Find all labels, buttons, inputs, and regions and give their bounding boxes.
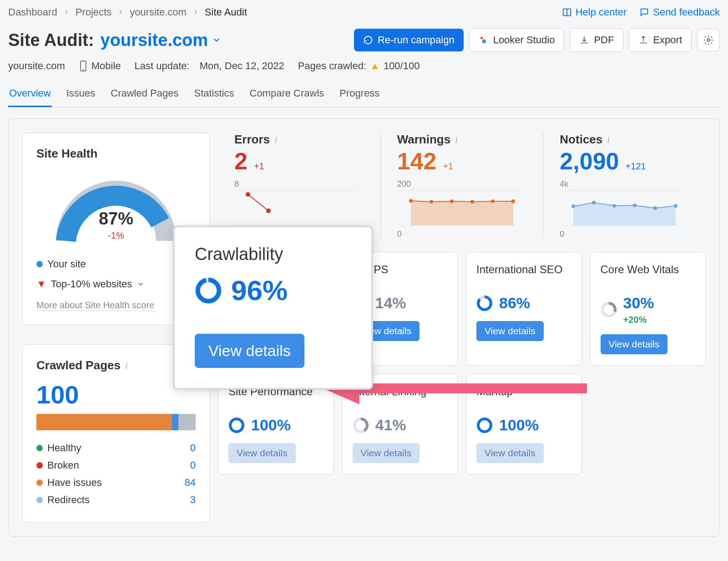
meta-site: yoursite.com (8, 60, 65, 72)
spotlight-title: Crawlability (195, 245, 351, 264)
view-details-button[interactable]: View details (476, 321, 544, 341)
breadcrumb: Dashboard Projects yoursite.com Site Aud… (8, 6, 247, 18)
export-button[interactable]: Export (629, 28, 692, 52)
card-international-seo: International SEO 86% View details (466, 252, 582, 366)
tab-overview[interactable]: Overview (8, 85, 52, 107)
page-title: Site Audit: yoursite.com (8, 31, 222, 50)
svg-point-28 (674, 204, 677, 208)
looker-icon (479, 35, 489, 45)
tab-progress[interactable]: Progress (339, 85, 380, 107)
tab-crawled-pages[interactable]: Crawled Pages (110, 85, 179, 107)
svg-point-18 (491, 199, 495, 203)
metrics-row: Errorsi 2+1 8 0 (218, 133, 706, 239)
info-icon[interactable]: i (274, 134, 277, 146)
chevron-right-icon (192, 9, 199, 16)
crawled-pages-total: 100 (36, 380, 196, 409)
info-icon[interactable]: i (607, 134, 610, 146)
tab-statistics[interactable]: Statistics (193, 85, 235, 107)
svg-point-3 (482, 39, 486, 43)
svg-rect-45 (355, 383, 587, 393)
crawled-pages-title: Crawled Pagesi (36, 358, 196, 372)
metric-errors: Errorsi 2+1 8 0 (218, 133, 380, 239)
meta-device: Mobile (79, 60, 121, 72)
svg-point-23 (571, 204, 575, 208)
svg-point-10 (266, 209, 271, 213)
chat-icon (639, 7, 649, 17)
chevron-down-icon (212, 35, 222, 45)
svg-point-27 (653, 206, 657, 210)
svg-point-44 (198, 280, 219, 301)
metric-warnings: Warningsi 142+1 200 0 (380, 133, 543, 239)
warnings-sparkline (397, 189, 520, 228)
looker-studio-button[interactable]: Looker Studio (469, 28, 565, 52)
errors-sparkline (234, 189, 357, 228)
settings-button[interactable] (697, 29, 720, 51)
site-health-pct: 87% (36, 209, 196, 229)
crawled-pages-row[interactable]: Redirects3 (36, 491, 196, 509)
upload-icon (638, 35, 648, 45)
send-feedback-link[interactable]: Send feedback (639, 6, 720, 18)
chevron-down-icon (136, 280, 145, 288)
notices-sparkline (560, 189, 682, 228)
tab-compare-crawls[interactable]: Compare Crawls (249, 85, 325, 107)
svg-point-25 (612, 204, 616, 208)
top10-selector[interactable]: ▼Top-10% websites (36, 278, 196, 290)
metric-notices: Noticesi 2,090+121 4k 0 (543, 133, 706, 239)
svg-point-9 (246, 192, 250, 197)
rerun-campaign-button[interactable]: Re-run campaign (354, 29, 464, 51)
info-icon[interactable]: i (455, 134, 458, 146)
meta-crawled: Pages crawled: ▲ 100/100 (298, 60, 420, 72)
crumb-site[interactable]: yoursite.com (130, 6, 187, 18)
svg-point-14 (409, 199, 413, 203)
crawled-pages-row[interactable]: Healthy0 (36, 439, 196, 457)
svg-point-26 (633, 204, 637, 207)
svg-point-15 (430, 200, 433, 204)
crumb-dashboard[interactable]: Dashboard (8, 6, 57, 18)
svg-point-19 (511, 199, 515, 203)
crawled-pages-bar (36, 414, 196, 430)
pdf-button[interactable]: PDF (570, 28, 623, 52)
svg-point-24 (592, 201, 596, 204)
view-details-button[interactable]: View details (228, 443, 296, 463)
domain-selector[interactable]: yoursite.com (101, 31, 222, 50)
mobile-icon (79, 60, 88, 72)
ring-icon (195, 277, 222, 304)
more-about-link[interactable]: More about Site Health score (36, 300, 154, 311)
crumb-projects[interactable]: Projects (76, 6, 111, 18)
svg-point-4 (707, 39, 710, 41)
view-details-button[interactable]: View details (353, 443, 420, 463)
svg-point-17 (470, 200, 474, 204)
svg-point-2 (480, 37, 483, 40)
chevron-right-icon (117, 9, 124, 16)
view-details-button[interactable]: View details (601, 334, 668, 354)
tab-issues[interactable]: Issues (66, 85, 96, 107)
gear-icon (703, 35, 714, 46)
warning-icon: ▲ (370, 60, 380, 72)
help-center-link[interactable]: Help center (562, 6, 627, 18)
chevron-right-icon (63, 9, 70, 16)
site-health-delta: -1% (36, 230, 196, 241)
spotlight-view-details-button[interactable]: View details (195, 334, 304, 368)
meta-row: yoursite.com Mobile Last update: Mon, De… (8, 60, 720, 72)
site-health-title: Site Health (36, 147, 196, 161)
spotlight-pct: 96% (231, 274, 288, 306)
refresh-icon (363, 35, 373, 45)
legend-your-site: Your site (36, 258, 196, 270)
download-icon (579, 35, 589, 45)
crawled-pages-row[interactable]: Have issues84 (36, 474, 196, 491)
book-icon (562, 7, 572, 17)
spotlight-popover: Crawlability 96% View details (173, 225, 373, 390)
meta-lastupdate: Last update: Mon, Dec 12, 2022 (135, 60, 284, 72)
svg-point-38 (230, 419, 243, 432)
tabs: Overview Issues Crawled Pages Statistics… (8, 85, 720, 107)
svg-marker-13 (411, 201, 513, 225)
svg-point-16 (450, 199, 454, 203)
card-core-web-vitals: Core Web Vitals 30%+20% View details (590, 252, 706, 366)
crawled-pages-row[interactable]: Broken0 (36, 457, 196, 474)
svg-point-42 (478, 419, 491, 432)
crumb-current: Site Audit (205, 6, 247, 18)
view-details-button[interactable]: View details (476, 443, 544, 463)
